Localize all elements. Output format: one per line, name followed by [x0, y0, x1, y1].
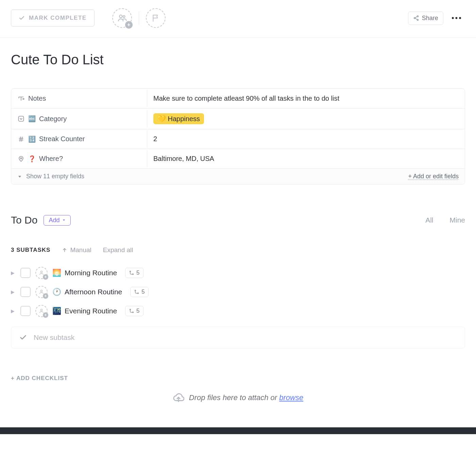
- subtask-count-value: 5: [136, 308, 139, 314]
- subtask-tree-icon: [129, 270, 134, 276]
- page-title[interactable]: Cute To Do List: [11, 52, 465, 67]
- task-checkbox[interactable]: [20, 306, 31, 316]
- filter-mine[interactable]: Mine: [449, 216, 465, 224]
- caret-right-icon[interactable]: ▶: [11, 308, 16, 314]
- caret-right-icon[interactable]: ▶: [11, 270, 16, 276]
- new-subtask-row[interactable]: [11, 327, 465, 348]
- task-name: Afternoon Routine: [65, 288, 122, 296]
- assign-user-button[interactable]: +: [35, 286, 48, 298]
- share-label: Share: [422, 15, 438, 22]
- field-label: ❓ Where?: [11, 150, 147, 167]
- category-tag[interactable]: 💛 Happiness: [153, 113, 204, 124]
- arrow-up-icon: [62, 247, 67, 253]
- task-title[interactable]: 🕐 Afternoon Routine: [52, 288, 122, 296]
- task-name: Morning Routine: [65, 269, 117, 277]
- dropzone-text: Drop files here to attach or: [189, 393, 279, 402]
- location-pin-icon: [17, 155, 25, 163]
- browse-link[interactable]: browse: [279, 393, 303, 402]
- task-emoji: 🕐: [52, 288, 61, 296]
- assign-user-button[interactable]: +: [35, 267, 48, 279]
- svg-marker-15: [18, 176, 21, 177]
- new-subtask-input[interactable]: [33, 333, 457, 342]
- field-emoji: 🔢: [28, 135, 36, 143]
- svg-point-24: [40, 309, 42, 311]
- svg-line-6: [415, 18, 417, 20]
- expand-all-button[interactable]: Expand all: [103, 246, 133, 254]
- svg-line-5: [415, 17, 417, 18]
- add-label: Add: [49, 217, 60, 224]
- task-emoji: 🌃: [52, 307, 61, 315]
- mark-complete-button[interactable]: MARK COMPLETE: [11, 10, 95, 27]
- sort-label: Manual: [70, 246, 91, 254]
- plus-icon: +: [43, 312, 48, 318]
- svg-marker-16: [63, 219, 65, 221]
- task-title[interactable]: 🌅 Morning Routine: [52, 269, 117, 277]
- field-row-category: 🔤 Category 💛 Happiness: [11, 109, 465, 129]
- subtask-tree-icon: [129, 308, 134, 314]
- todo-section-header: To Do Add All Mine: [11, 214, 465, 226]
- file-dropzone[interactable]: Drop files here to attach or browse: [11, 392, 465, 404]
- cloud-upload-icon: [173, 392, 184, 404]
- subtask-count-badge[interactable]: 5: [130, 287, 148, 297]
- subtask-count-value: 5: [136, 269, 139, 276]
- subtask-count-badge[interactable]: 5: [125, 268, 143, 278]
- mark-complete-label: MARK COMPLETE: [29, 15, 87, 21]
- dropdown-icon: [17, 115, 25, 122]
- field-label: Notes: [11, 90, 147, 107]
- field-row-where: ❓ Where? Baltimore, MD, USA: [11, 149, 465, 169]
- toolbar: MARK COMPLETE + Share •••: [0, 0, 476, 38]
- assign-user-button[interactable]: +: [35, 305, 48, 317]
- field-row-streak: 🔢 Streak Counter 2: [11, 129, 465, 149]
- add-task-button[interactable]: Add: [44, 215, 71, 226]
- share-button[interactable]: Share: [408, 12, 443, 25]
- subtask-controls: 3 SUBTASKS Manual Expand all: [11, 246, 465, 254]
- svg-point-21: [40, 290, 42, 292]
- add-assignee-button[interactable]: +: [112, 8, 132, 28]
- filter-all[interactable]: All: [425, 216, 433, 224]
- field-value-notes[interactable]: Make sure to complete atleast 90% of all…: [147, 90, 465, 107]
- more-menu-button[interactable]: •••: [449, 12, 465, 24]
- more-horizontal-icon: •••: [452, 14, 462, 22]
- number-icon: [17, 135, 25, 143]
- caret-right-icon[interactable]: ▶: [11, 289, 16, 295]
- task-name: Evening Routine: [65, 307, 117, 315]
- field-value-streak[interactable]: 2: [147, 130, 465, 148]
- check-icon: [19, 334, 27, 341]
- subtask-tree-icon: [134, 289, 139, 295]
- field-value-where[interactable]: Baltimore, MD, USA: [147, 150, 465, 167]
- check-icon: [19, 15, 25, 21]
- subtask-count-badge[interactable]: 5: [125, 306, 143, 316]
- svg-point-14: [20, 158, 22, 159]
- field-emoji: 🔤: [28, 115, 36, 122]
- task-title[interactable]: 🌃 Evening Routine: [52, 307, 117, 315]
- svg-point-0: [119, 15, 122, 18]
- set-priority-button[interactable]: [146, 8, 166, 28]
- field-label: 🔢 Streak Counter: [11, 130, 147, 148]
- field-name: Category: [39, 115, 67, 123]
- field-value-category[interactable]: 💛 Happiness: [147, 109, 465, 129]
- share-icon: [413, 15, 419, 21]
- task-checkbox[interactable]: [20, 268, 31, 278]
- field-name: Where?: [39, 155, 63, 163]
- task-list: ▶ + 🌅 Morning Routine 5 ▶: [11, 263, 465, 321]
- add-edit-fields[interactable]: + Add or edit fields: [408, 173, 459, 180]
- task-checkbox[interactable]: [20, 287, 31, 297]
- field-row-notes: Notes Make sure to complete atleast 90% …: [11, 89, 465, 109]
- svg-point-18: [40, 271, 42, 273]
- text-icon: [17, 95, 25, 102]
- chevron-down-icon: [17, 174, 22, 179]
- svg-line-12: [20, 137, 21, 141]
- custom-fields-table: Notes Make sure to complete atleast 90% …: [11, 88, 465, 184]
- task-row: ▶ + 🌅 Morning Routine 5: [11, 263, 465, 282]
- show-empty-fields[interactable]: Show 11 empty fields: [26, 173, 84, 180]
- subtask-count-value: 5: [141, 289, 144, 295]
- svg-point-8: [23, 98, 24, 99]
- svg-rect-9: [19, 116, 24, 121]
- add-checklist-button[interactable]: + ADD CHECKLIST: [11, 375, 465, 382]
- people-icon: [117, 13, 127, 23]
- bottom-bar: [0, 427, 476, 434]
- sort-button[interactable]: Manual: [62, 246, 91, 254]
- field-emoji: ❓: [28, 155, 36, 163]
- section-title: To Do: [11, 214, 37, 226]
- field-name: Notes: [28, 95, 46, 102]
